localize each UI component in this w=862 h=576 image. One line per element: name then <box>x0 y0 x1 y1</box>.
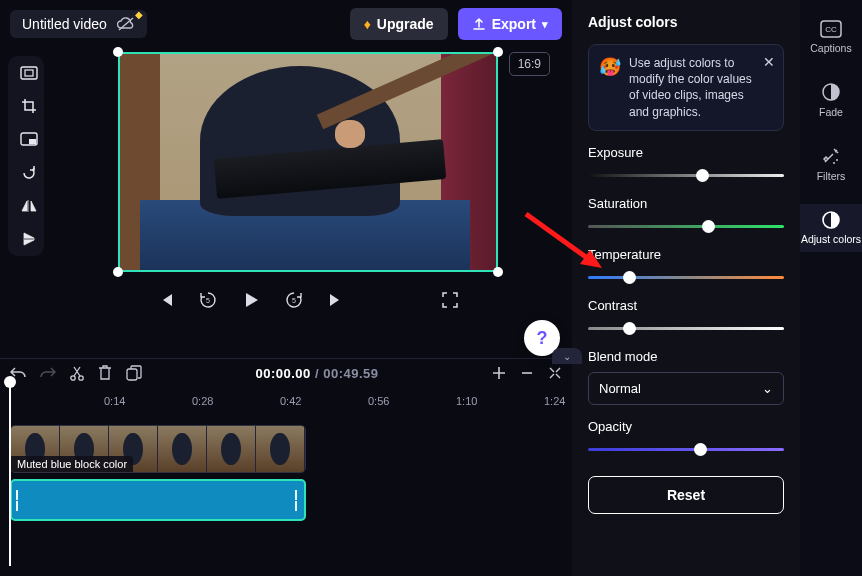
duplicate-button[interactable] <box>126 365 142 381</box>
resize-handle-tr[interactable] <box>493 47 503 57</box>
adjust-colors-panel: Adjust colors 🥵 Use adjust colors to mod… <box>572 0 800 576</box>
zoom-fit-button[interactable] <box>548 366 562 380</box>
project-title-pill[interactable]: Untitled video ◆ <box>10 10 147 38</box>
aspect-ratio-button[interactable]: 16:9 <box>509 52 550 76</box>
reset-button[interactable]: Reset <box>588 476 784 514</box>
exposure-label: Exposure <box>588 145 784 160</box>
time-display: 00:00.00 / 00:49.59 <box>256 366 379 381</box>
right-rail: CC Captions Fade Filters Adjust colors <box>800 0 862 576</box>
temperature-slider[interactable] <box>588 270 784 284</box>
blend-mode-select[interactable]: Normal ⌄ <box>588 372 784 405</box>
clip-trim-right[interactable] <box>295 489 300 511</box>
info-emoji: 🥵 <box>599 55 621 120</box>
ruler-tick: 0:42 <box>280 395 301 407</box>
ruler-tick: 0:14 <box>104 395 125 407</box>
stage: 16:9 5 5 <box>44 48 572 358</box>
ruler-tick: 1:10 <box>456 395 477 407</box>
pip-icon[interactable] <box>18 129 40 150</box>
resize-handle-br[interactable] <box>493 267 503 277</box>
captions-icon: CC <box>820 20 842 38</box>
collapse-tab[interactable]: ⌄ <box>552 348 582 364</box>
blend-mode-value: Normal <box>599 381 641 396</box>
delete-button[interactable] <box>98 365 112 381</box>
timeline: 00:00.00 / 00:49.59 0:14 0:28 0:42 0:56 … <box>0 358 572 576</box>
svg-point-15 <box>836 159 838 161</box>
forward-5-button[interactable]: 5 <box>284 290 304 310</box>
rail-label: Adjust colors <box>801 234 861 246</box>
left-toolbox <box>8 56 44 256</box>
crop-icon[interactable] <box>18 95 40 116</box>
temperature-label: Temperature <box>588 247 784 262</box>
rail-fade[interactable]: Fade <box>800 76 862 124</box>
zoom-out-button[interactable] <box>520 366 534 380</box>
info-card: 🥵 Use adjust colors to modify the color … <box>588 44 784 131</box>
rail-adjust-colors[interactable]: Adjust colors <box>800 204 862 252</box>
svg-point-16 <box>833 162 835 164</box>
clip-trim-left[interactable] <box>16 489 21 511</box>
rail-label: Filters <box>817 170 846 182</box>
rail-label: Captions <box>810 42 851 54</box>
rail-captions[interactable]: CC Captions <box>800 14 862 60</box>
info-text: Use adjust colors to modify the color va… <box>629 55 755 120</box>
transport-controls: 5 5 <box>158 290 458 310</box>
chevron-down-icon: ⌄ <box>762 381 773 396</box>
video-canvas[interactable] <box>118 52 498 272</box>
svg-rect-11 <box>127 369 137 380</box>
add-track-button[interactable] <box>492 366 506 380</box>
adjust-colors-icon <box>821 210 841 230</box>
redo-button[interactable] <box>40 366 56 380</box>
rotate-icon[interactable] <box>18 162 40 183</box>
diamond-icon: ◆ <box>135 9 143 20</box>
split-button[interactable] <box>70 365 84 381</box>
opacity-label: Opacity <box>588 419 784 434</box>
contrast-slider[interactable] <box>588 321 784 335</box>
chevron-down-icon: ▾ <box>542 18 548 31</box>
svg-text:CC: CC <box>825 25 837 34</box>
upgrade-label: Upgrade <box>377 16 434 32</box>
ruler-tick: 0:28 <box>192 395 213 407</box>
svg-rect-4 <box>29 139 36 144</box>
svg-point-9 <box>71 376 75 380</box>
rewind-5-button[interactable]: 5 <box>198 290 218 310</box>
upload-icon <box>472 17 486 31</box>
video-frame <box>120 54 496 270</box>
flip-vertical-icon[interactable] <box>18 229 40 250</box>
fullscreen-button[interactable] <box>442 292 458 308</box>
exposure-slider[interactable] <box>588 168 784 182</box>
opacity-slider[interactable] <box>588 442 784 456</box>
color-clip[interactable] <box>10 479 306 521</box>
close-icon[interactable]: ✕ <box>763 53 775 72</box>
fit-icon[interactable] <box>18 62 40 83</box>
resize-handle-tl[interactable] <box>113 47 123 57</box>
saturation-label: Saturation <box>588 196 784 211</box>
export-button[interactable]: Export ▾ <box>458 8 562 40</box>
playhead[interactable] <box>9 378 11 566</box>
video-clip[interactable]: Muted blue block color <box>10 425 306 473</box>
skip-forward-button[interactable] <box>328 292 344 308</box>
skip-back-button[interactable] <box>158 292 174 308</box>
clip-label: Muted blue block color <box>11 456 133 472</box>
canvas-selection[interactable] <box>118 52 498 272</box>
flip-horizontal-icon[interactable] <box>18 195 40 216</box>
resize-handle-bl[interactable] <box>113 267 123 277</box>
project-title: Untitled video <box>22 16 107 32</box>
ruler-tick: 0:56 <box>368 395 389 407</box>
panel-title: Adjust colors <box>588 14 784 30</box>
timeline-ruler[interactable]: 0:14 0:28 0:42 0:56 1:10 1:24 <box>10 395 562 419</box>
saturation-slider[interactable] <box>588 219 784 233</box>
top-bar: Untitled video ◆ ♦ Upgrade Export ▾ <box>0 0 572 48</box>
upgrade-button[interactable]: ♦ Upgrade <box>350 8 448 40</box>
play-button[interactable] <box>242 291 260 309</box>
export-label: Export <box>492 16 536 32</box>
fade-icon <box>821 82 841 102</box>
ruler-tick: 1:24 <box>544 395 565 407</box>
filters-icon <box>821 146 841 166</box>
rail-filters[interactable]: Filters <box>800 140 862 188</box>
contrast-label: Contrast <box>588 298 784 313</box>
svg-text:5: 5 <box>206 297 210 304</box>
blend-mode-label: Blend mode <box>588 349 784 364</box>
svg-point-10 <box>79 376 83 380</box>
rail-label: Fade <box>819 106 843 118</box>
svg-text:5: 5 <box>292 297 296 304</box>
svg-rect-2 <box>25 70 33 76</box>
